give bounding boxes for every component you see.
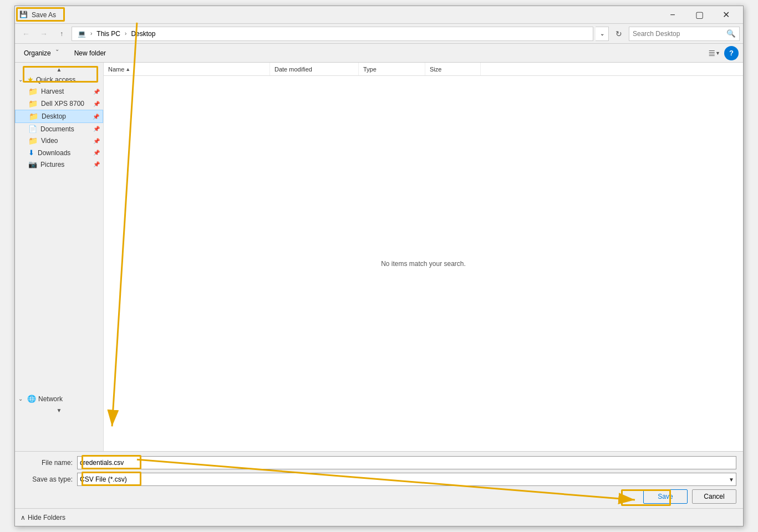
path-desktop[interactable]: Desktop	[129, 29, 157, 39]
filetype-select-wrapper: CSV File (*.csv) ▼	[77, 473, 736, 486]
sidebar-item-video-label: Video	[41, 137, 58, 145]
column-date-header[interactable]: Date modified	[270, 63, 359, 75]
title-bar: 💾 Save As − ▢ ✕	[15, 6, 743, 24]
sidebar-item-video[interactable]: 📁 Video 📌	[15, 135, 103, 147]
column-size-label: Size	[430, 66, 441, 73]
path-this-pc[interactable]: This PC	[94, 29, 123, 39]
address-path: 💻 › This PC › Desktop	[72, 27, 593, 41]
address-bar: ← → ↑ 💻 › This PC › Desktop ⌄ ↻ 🔍	[15, 24, 743, 44]
pictures-pin-icon: 📌	[93, 161, 100, 167]
search-box: 🔍	[629, 27, 740, 41]
dell-pin-icon: 📌	[93, 101, 100, 107]
column-type-label: Type	[363, 66, 377, 73]
file-header: Name ▲ Date modified Type Size	[104, 63, 743, 76]
network-icon: 🌐	[27, 395, 36, 403]
column-name-header[interactable]: Name ▲	[104, 63, 270, 75]
filetype-select[interactable]: CSV File (*.csv)	[77, 473, 736, 486]
hide-folders-arrow-icon: ∧	[21, 514, 26, 521]
column-name-label: Name	[108, 66, 124, 73]
organize-button[interactable]: Organize ⌄	[19, 46, 65, 60]
harvest-folder-icon: 📁	[28, 87, 38, 96]
action-row: Save Cancel	[22, 489, 736, 504]
file-list: No items match your search.	[104, 76, 743, 451]
filename-input[interactable]	[77, 456, 736, 469]
quick-access-section: ⌄ ★ Quick access 📁 Harvest 📌 📁 Dell XPS …	[15, 74, 103, 170]
file-area: Name ▲ Date modified Type Size No items …	[104, 63, 743, 451]
sidebar-item-downloads[interactable]: ⬇ Downloads 📌	[15, 147, 103, 158]
name-sort-icon: ▲	[125, 66, 130, 72]
documents-icon: 📄	[28, 125, 37, 133]
search-icon-button[interactable]: 🔍	[726, 29, 736, 38]
sidebar-item-documents-label: Documents	[40, 125, 74, 133]
save-button[interactable]: Save	[643, 489, 688, 504]
organize-dropdown-icon: ⌄	[53, 46, 61, 60]
pictures-icon: 📷	[28, 160, 37, 168]
sidebar-item-dell[interactable]: 📁 Dell XPS 8700 📌	[15, 98, 103, 110]
view-icon: ≣	[708, 48, 715, 58]
hide-folders-button[interactable]: ∧ Hide Folders	[21, 514, 65, 521]
column-type-header[interactable]: Type	[359, 63, 425, 75]
view-dropdown-icon: ▼	[715, 50, 720, 56]
column-size-header[interactable]: Size	[425, 63, 481, 75]
quick-access-expand-icon: ⌄	[18, 76, 25, 83]
sidebar-item-harvest-label: Harvest	[41, 88, 64, 95]
desktop-pin-icon: 📌	[93, 114, 99, 120]
sidebar-scroll-down[interactable]: ▼	[15, 406, 103, 415]
close-button[interactable]: ✕	[713, 7, 739, 23]
view-button[interactable]: ≣ ▼	[706, 46, 722, 60]
search-input[interactable]	[633, 30, 724, 38]
sidebar-scroll-up[interactable]: ▲	[15, 65, 103, 74]
quick-access-star-icon: ★	[27, 75, 34, 84]
hide-folders-label: Hide Folders	[28, 514, 65, 521]
network-header[interactable]: ⌄ 🌐 Network	[15, 393, 103, 405]
quick-access-header[interactable]: ⌄ ★ Quick access	[15, 74, 103, 85]
filetype-row: Save as type: CSV File (*.csv) ▼	[22, 473, 736, 486]
sidebar-item-pictures[interactable]: 📷 Pictures 📌	[15, 158, 103, 170]
video-folder-icon: 📁	[28, 136, 38, 145]
bottom-section: File name: Save as type: CSV File (*.csv…	[15, 451, 743, 508]
sidebar-item-desktop-label: Desktop	[42, 112, 66, 120]
filename-label: File name:	[22, 459, 77, 467]
main-content: ▲ ⌄ ★ Quick access 📁 Harvest 📌 📁	[15, 63, 743, 451]
address-dropdown[interactable]: ⌄	[596, 27, 609, 41]
downloads-pin-icon: 📌	[93, 150, 100, 156]
minimize-button[interactable]: −	[660, 7, 685, 23]
path-icon[interactable]: 💻	[75, 29, 88, 39]
window-title: Save As	[32, 11, 56, 19]
quick-access-label: Quick access	[36, 76, 75, 84]
cancel-button[interactable]: Cancel	[692, 489, 736, 504]
column-date-label: Date modified	[274, 66, 312, 73]
video-pin-icon: 📌	[93, 138, 100, 144]
refresh-button[interactable]: ↻	[611, 26, 627, 42]
filename-input-wrap	[77, 456, 736, 469]
documents-pin-icon: 📌	[93, 126, 100, 132]
window-icon: 💾	[19, 11, 28, 19]
help-button[interactable]: ?	[724, 46, 739, 60]
sidebar-item-harvest[interactable]: 📁 Harvest 📌	[15, 85, 103, 98]
sidebar-item-pictures-label: Pictures	[40, 161, 64, 168]
dell-folder-icon: 📁	[28, 99, 38, 108]
hide-folders-row: ∧ Hide Folders	[15, 508, 743, 526]
desktop-folder-icon: 📁	[29, 112, 38, 121]
downloads-icon: ⬇	[28, 149, 34, 157]
toolbar: Organize ⌄ New folder ≣ ▼ ?	[15, 44, 743, 63]
title-bar-controls: − ▢ ✕	[660, 7, 739, 23]
harvest-pin-icon: 📌	[93, 89, 100, 95]
filetype-label: Save as type:	[22, 475, 77, 483]
filename-row: File name:	[22, 456, 736, 469]
sidebar-item-downloads-label: Downloads	[38, 149, 70, 157]
sidebar-item-dell-label: Dell XPS 8700	[41, 100, 84, 108]
sidebar-item-desktop[interactable]: 📁 Desktop 📌	[15, 110, 103, 123]
sidebar-item-documents[interactable]: 📄 Documents 📌	[15, 123, 103, 135]
up-button[interactable]: ↑	[54, 26, 69, 42]
sidebar: ▲ ⌄ ★ Quick access 📁 Harvest 📌 📁	[15, 63, 104, 451]
empty-message: No items match your search.	[381, 260, 466, 268]
maximize-button[interactable]: ▢	[686, 7, 712, 23]
back-button[interactable]: ←	[18, 26, 34, 42]
new-folder-button[interactable]: New folder	[70, 46, 110, 60]
network-label: Network	[38, 395, 63, 403]
network-section: ⌄ 🌐 Network	[15, 393, 103, 405]
forward-button[interactable]: →	[36, 26, 52, 42]
network-expand-icon: ⌄	[18, 396, 25, 402]
